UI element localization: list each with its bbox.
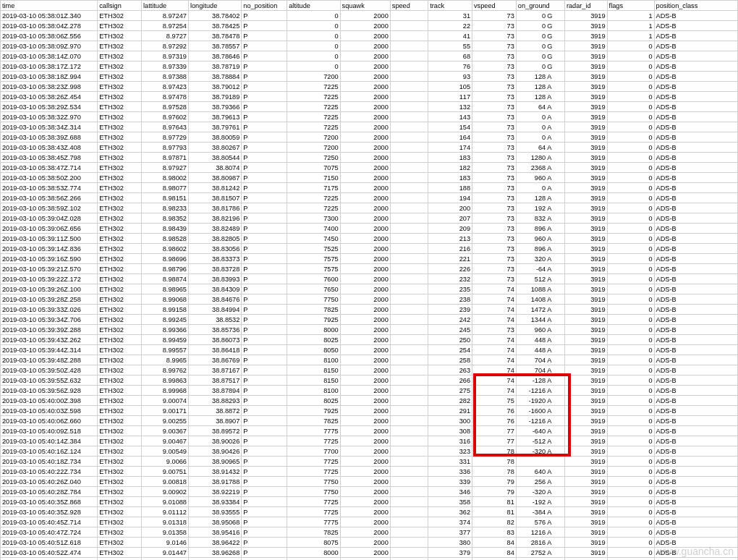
cell-time: 2019-03-10 05:40:52Z.474 xyxy=(1,548,98,558)
table-row[interactable]: 2019-03-10 05:38:34Z.314ETH3028.9764338.… xyxy=(1,122,738,132)
table-row[interactable]: 2019-03-10 05:40:16Z.124ETH3029.0054938.… xyxy=(1,446,738,457)
table-row[interactable]: 2019-03-10 05:39:48Z.288ETH3028.996538.8… xyxy=(1,355,738,365)
table-row[interactable]: 2019-03-10 05:39:22Z.172ETH3028.9887438.… xyxy=(1,274,738,284)
table-row[interactable]: 2019-03-10 05:40:18Z.734ETH3029.006638.9… xyxy=(1,457,738,467)
table-row[interactable]: 2019-03-10 05:40:28Z.784ETH3029.0090238.… xyxy=(1,487,738,497)
col-header-longitude[interactable]: longitude xyxy=(188,1,241,11)
table-row[interactable]: 2019-03-10 05:40:09Z.518ETH3029.0036738.… xyxy=(1,426,738,436)
cell-lon: 38.83373 xyxy=(188,254,241,264)
cell-tr: 331 xyxy=(428,457,472,467)
col-header-flags[interactable]: flags xyxy=(607,1,654,11)
table-row[interactable]: 2019-03-10 05:38:29Z.534ETH3028.9752838.… xyxy=(1,102,738,112)
table-row[interactable]: 2019-03-10 05:40:35Z.868ETH3029.0108838.… xyxy=(1,497,738,507)
cell-np: P xyxy=(242,102,287,112)
cell-tr: 362 xyxy=(428,507,472,517)
cell-lon: 38.83056 xyxy=(188,244,241,254)
flight-table: timecallsignlattitudelongitudeno_positio… xyxy=(0,0,738,560)
table-row[interactable]: 2019-03-10 05:39:44Z.314ETH3028.9955738.… xyxy=(1,345,738,355)
cell-sp xyxy=(390,355,428,365)
cell-np: P xyxy=(242,72,287,82)
table-row[interactable]: 2019-03-10 05:38:01Z.340ETH3028.9724738.… xyxy=(1,11,738,21)
cell-sp xyxy=(390,254,428,264)
cell-time: 2019-03-10 05:38:50Z.200 xyxy=(1,173,98,183)
table-row[interactable]: 2019-03-10 05:39:56Z.928ETH3028.9996838.… xyxy=(1,386,738,396)
cell-sq: 2000 xyxy=(340,497,390,507)
table-row[interactable]: 2019-03-10 05:40:14Z.384ETH3029.0046738.… xyxy=(1,436,738,446)
col-header-speed[interactable]: speed xyxy=(390,1,428,11)
cell-time: 2019-03-10 05:39:06Z.656 xyxy=(1,224,98,234)
table-row[interactable]: 2019-03-10 05:39:55Z.632ETH3028.9986338.… xyxy=(1,376,738,386)
table-row[interactable]: 2019-03-10 05:38:09Z.970ETH3028.9729238.… xyxy=(1,41,738,51)
table-row[interactable]: 2019-03-10 05:38:59Z.102ETH3028.9823338.… xyxy=(1,203,738,213)
cell-callsign: ETH302 xyxy=(98,213,142,224)
col-header-position_class[interactable]: position_class xyxy=(654,1,737,11)
table-row[interactable]: 2019-03-10 05:40:35Z.928ETH3029.0111238.… xyxy=(1,507,738,517)
table-row[interactable]: 2019-03-10 05:38:32Z.970ETH3028.9760238.… xyxy=(1,112,738,122)
table-row[interactable]: 2019-03-10 05:40:03Z.598ETH3029.0017138.… xyxy=(1,406,738,416)
cell-sp xyxy=(390,61,428,72)
table-row[interactable]: 2019-03-10 05:38:53Z.774ETH3028.9807738.… xyxy=(1,183,738,193)
table-row[interactable]: 2019-03-10 05:38:17Z.172ETH3028.9733938.… xyxy=(1,61,738,72)
cell-tr: 346 xyxy=(428,487,472,497)
table-row[interactable]: 2019-03-10 05:40:26Z.040ETH3029.0081838.… xyxy=(1,477,738,487)
table-row[interactable]: 2019-03-10 05:38:39Z.688ETH3028.9772938.… xyxy=(1,132,738,143)
table-row[interactable]: 2019-03-10 05:39:28Z.258ETH3028.9906838.… xyxy=(1,294,738,305)
table-row[interactable]: 2019-03-10 05:40:55Z.720ETH3029.0151738.… xyxy=(1,558,738,561)
table-row[interactable]: 2019-03-10 05:38:56Z.266ETH3028.9815138.… xyxy=(1,193,738,203)
col-header-lattitude[interactable]: lattitude xyxy=(141,1,188,11)
cell-np: P xyxy=(242,203,287,213)
table-row[interactable]: 2019-03-10 05:39:21Z.570ETH3028.9879638.… xyxy=(1,264,738,274)
col-header-on_ground[interactable]: on_ground xyxy=(516,1,564,11)
table-row[interactable]: 2019-03-10 05:39:14Z.836ETH3028.9860238.… xyxy=(1,244,738,254)
col-header-track[interactable]: track xyxy=(428,1,472,11)
table-row[interactable]: 2019-03-10 05:38:50Z.200ETH3028.9800238.… xyxy=(1,173,738,183)
cell-lon: 38.90026 xyxy=(188,436,241,446)
cell-lon: 38.84309 xyxy=(188,284,241,294)
table-row[interactable]: 2019-03-10 05:39:33Z.026ETH3028.9915838.… xyxy=(1,305,738,315)
table-row[interactable]: 2019-03-10 05:39:39Z.288ETH3028.9936638.… xyxy=(1,325,738,335)
col-header-squawk[interactable]: squawk xyxy=(340,1,390,11)
table-row[interactable]: 2019-03-10 05:40:52Z.474ETH3029.0144738.… xyxy=(1,548,738,558)
table-row[interactable]: 2019-03-10 05:39:34Z.706ETH3028.9924538.… xyxy=(1,315,738,325)
table-row[interactable]: 2019-03-10 05:38:26Z.454ETH3028.9747838.… xyxy=(1,92,738,102)
col-header-vspeed[interactable]: vspeed xyxy=(472,1,517,11)
table-row[interactable]: 2019-03-10 05:38:14Z.070ETH3028.9731938.… xyxy=(1,51,738,61)
table-row[interactable]: 2019-03-10 05:38:47Z.714ETH3028.9792738.… xyxy=(1,163,738,173)
col-header-no_position[interactable]: no_position xyxy=(242,1,287,11)
table-row[interactable]: 2019-03-10 05:38:06Z.556ETH3028.972738.7… xyxy=(1,31,738,41)
col-header-radar_id[interactable]: radar_id xyxy=(564,1,607,11)
table-row[interactable]: 2019-03-10 05:38:04Z.278ETH3028.9725438.… xyxy=(1,21,738,31)
cell-lat: 9.0146 xyxy=(141,538,188,548)
table-row[interactable]: 2019-03-10 05:39:11Z.500ETH3028.9852838.… xyxy=(1,234,738,244)
cell-lat: 8.98002 xyxy=(141,173,188,183)
table-row[interactable]: 2019-03-10 05:38:18Z.994ETH3028.9738838.… xyxy=(1,72,738,82)
table-row[interactable]: 2019-03-10 05:40:51Z.618ETH3029.014638.9… xyxy=(1,538,738,548)
table-row[interactable]: 2019-03-10 05:40:22Z.734ETH3029.0075138.… xyxy=(1,467,738,477)
col-header-time[interactable]: time xyxy=(1,1,98,11)
cell-sq: 2000 xyxy=(340,315,390,325)
cell-lon: 38.87517 xyxy=(188,376,241,386)
cell-lon: 38.79189 xyxy=(188,92,241,102)
table-row[interactable]: 2019-03-10 05:38:43Z.408ETH3028.9779338.… xyxy=(1,143,738,153)
table-row[interactable]: 2019-03-10 05:40:45Z.714ETH3029.0131838.… xyxy=(1,517,738,527)
cell-time: 2019-03-10 05:39:28Z.258 xyxy=(1,294,98,305)
table-row[interactable]: 2019-03-10 05:39:50Z.428ETH3028.9976238.… xyxy=(1,365,738,376)
col-header-altitude[interactable]: altitude xyxy=(287,1,340,11)
table-row[interactable]: 2019-03-10 05:38:45Z.798ETH3028.9787138.… xyxy=(1,153,738,163)
cell-vs: 73 xyxy=(472,72,517,82)
table-row[interactable]: 2019-03-10 05:40:06Z.660ETH3029.0025538.… xyxy=(1,416,738,426)
table-row[interactable]: 2019-03-10 05:39:16Z.590ETH3028.9869638.… xyxy=(1,254,738,264)
table-row[interactable]: 2019-03-10 05:39:43Z.262ETH3028.9945938.… xyxy=(1,335,738,345)
table-row[interactable]: 2019-03-10 05:39:26Z.100ETH3028.9896538.… xyxy=(1,284,738,294)
cell-sp xyxy=(390,264,428,274)
cell-pc: ADS-B xyxy=(654,72,737,82)
cell-sp xyxy=(390,527,428,538)
table-row[interactable]: 2019-03-10 05:39:04Z.028ETH3028.9835238.… xyxy=(1,213,738,224)
cell-lon: 38.78884 xyxy=(188,72,241,82)
table-row[interactable]: 2019-03-10 05:38:23Z.998ETH3028.9742338.… xyxy=(1,82,738,92)
table-row[interactable]: 2019-03-10 05:39:06Z.656ETH3028.9843938.… xyxy=(1,224,738,234)
table-row[interactable]: 2019-03-10 05:40:47Z.724ETH3029.0135838.… xyxy=(1,527,738,538)
cell-vs: 73 xyxy=(472,51,517,61)
col-header-callsign[interactable]: callsign xyxy=(98,1,142,11)
table-row[interactable]: 2019-03-10 05:40:00Z.398ETH3029.0007438.… xyxy=(1,396,738,406)
